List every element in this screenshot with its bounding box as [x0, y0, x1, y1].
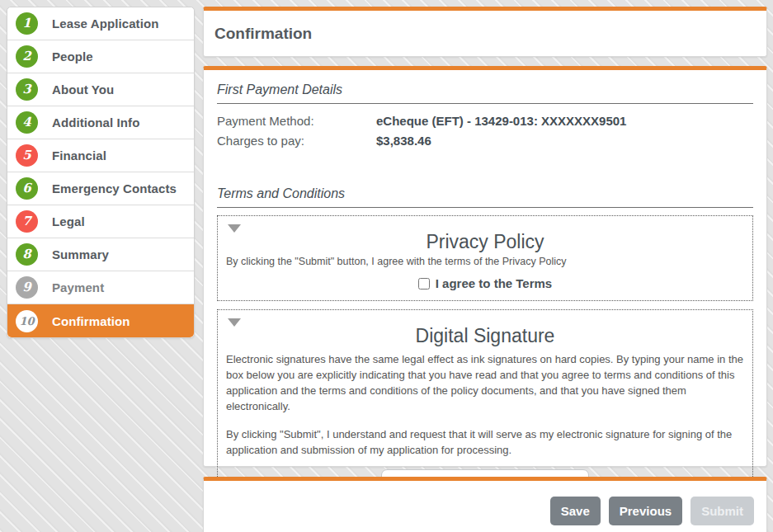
save-button[interactable]: Save	[550, 497, 601, 525]
page-title: Confirmation	[204, 11, 766, 43]
sidebar-item-label: Summary	[52, 247, 109, 261]
step-number-badge: 8	[16, 243, 38, 266]
charges-to-pay-value: $3,838.46	[376, 134, 431, 148]
sidebar-item-label: About You	[52, 82, 114, 97]
wizard-sidebar: 1 Lease Application 2 People 3 About You…	[7, 7, 195, 338]
header-panel: Confirmation	[203, 7, 767, 57]
charges-to-pay-label: Charges to pay:	[217, 134, 376, 148]
signature-paragraph-1: Electronic signatures have the same lega…	[226, 352, 744, 414]
step-number-badge: 9	[16, 276, 38, 299]
sidebar-item-label: Lease Application	[52, 16, 159, 31]
main-panel: First Payment Details Payment Method: eC…	[203, 66, 767, 467]
footer-panel: Save Previous Submit	[203, 477, 767, 532]
payment-method-value: eCheque (EFT) - 13429-013: XXXXXXX9501	[376, 114, 626, 128]
sidebar-item-summary[interactable]: 8 Summary	[7, 238, 194, 271]
sidebar-item-financial[interactable]: 5 Financial	[7, 139, 194, 172]
payment-method-row: Payment Method: eCheque (EFT) - 13429-01…	[217, 114, 753, 128]
sidebar-item-label: Financial	[52, 148, 106, 162]
previous-button[interactable]: Previous	[609, 497, 682, 525]
step-number-badge: 4	[16, 111, 38, 134]
sidebar-item-label: Legal	[52, 214, 85, 228]
sidebar-item-people[interactable]: 2 People	[7, 40, 194, 73]
footer-buttons: Save Previous Submit	[204, 481, 766, 525]
sidebar-item-legal[interactable]: 7 Legal	[7, 205, 194, 238]
sidebar-item-label: Confirmation	[52, 314, 130, 328]
sidebar-item-label: People	[52, 49, 93, 64]
payment-details: Payment Method: eCheque (EFT) - 13429-01…	[217, 114, 753, 148]
agree-checkbox-label: I agree to the Terms	[436, 276, 552, 290]
sidebar-item-emergency-contacts[interactable]: 6 Emergency Contacts	[7, 172, 194, 205]
agree-checkbox-row: I agree to the Terms	[226, 276, 744, 290]
sidebar-item-label: Payment	[52, 280, 104, 294]
step-number-badge: 7	[16, 210, 38, 233]
step-number-badge: 5	[16, 144, 38, 167]
payment-method-label: Payment Method:	[217, 114, 376, 128]
sidebar-item-label: Additional Info	[52, 115, 139, 129]
step-number-badge: 10	[16, 310, 38, 332]
privacy-policy-title: Privacy Policy	[226, 231, 744, 253]
privacy-policy-description: By clicking the "Submit" button, I agree…	[226, 256, 744, 267]
sidebar-item-confirmation[interactable]: 10 Confirmation	[7, 304, 194, 337]
sidebar-item-about-you[interactable]: 3 About You	[7, 73, 194, 106]
step-number-badge: 6	[16, 177, 38, 200]
sidebar-item-additional-info[interactable]: 4 Additional Info	[7, 106, 194, 139]
signature-paragraph-2: By clicking "Submit", I understand and r…	[226, 427, 744, 459]
digital-signature-title: Digital Signature	[226, 325, 744, 347]
charges-to-pay-row: Charges to pay: $3,838.46	[217, 134, 753, 148]
sidebar-item-payment[interactable]: 9 Payment	[7, 271, 194, 304]
privacy-policy-box: Privacy Policy By clicking the "Submit" …	[217, 215, 753, 301]
sidebar-item-lease-application[interactable]: 1 Lease Application	[7, 7, 194, 40]
agree-checkbox[interactable]	[418, 278, 430, 290]
sidebar-item-label: Emergency Contacts	[52, 181, 177, 195]
step-number-badge: 2	[16, 45, 38, 68]
step-number-badge: 3	[16, 78, 38, 101]
first-payment-details-heading: First Payment Details	[217, 82, 753, 104]
terms-and-conditions-heading: Terms and Conditions	[217, 186, 753, 208]
submit-button[interactable]: Submit	[691, 497, 754, 525]
step-number-badge: 1	[16, 12, 38, 35]
